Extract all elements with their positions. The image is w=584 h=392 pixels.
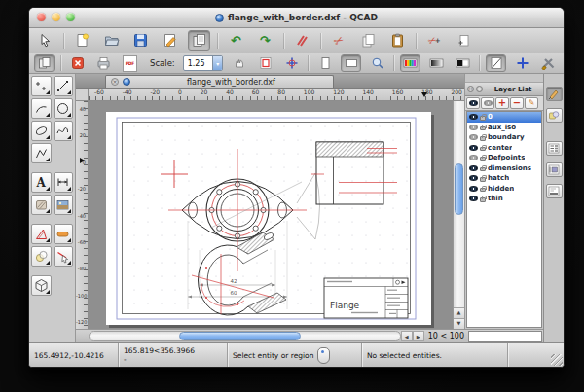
block-list-dock-icon[interactable] (546, 162, 563, 177)
scroll-up-icon[interactable]: ▲ (454, 307, 464, 318)
scale-combobox[interactable]: 1.25 ▾ (183, 55, 223, 71)
layer-row-center[interactable]: center (467, 143, 541, 154)
show-all-layers-button[interactable] (466, 97, 480, 109)
layer-lock-icon[interactable] (480, 167, 486, 172)
save-icon[interactable] (129, 30, 152, 51)
print-preview-icon[interactable] (188, 30, 210, 51)
dimension-tool-button[interactable] (54, 172, 74, 193)
hatch-tool-button[interactable] (31, 195, 52, 215)
command-line-dock-icon[interactable] (546, 184, 563, 198)
measure-tool-button[interactable] (31, 224, 52, 244)
document-tab[interactable]: × flange_with_border.dxf (105, 75, 334, 88)
open-document-icon[interactable] (100, 30, 123, 51)
layer-row-Defpoints[interactable]: Defpoints (467, 153, 541, 163)
layer-lock-icon[interactable] (480, 147, 486, 152)
layer-row-0[interactable]: 0 (467, 112, 541, 123)
polyline-tool-button[interactable] (31, 143, 52, 163)
minimize-window-button[interactable] (52, 13, 60, 21)
layer-visibility-icon[interactable] (469, 134, 478, 140)
redo-icon[interactable]: ↷ (254, 30, 276, 51)
line-tool-button[interactable] (54, 76, 74, 96)
info-tool-button[interactable] (31, 246, 52, 267)
layer-row-boundary[interactable]: boundary (467, 132, 541, 143)
redraw-icon[interactable] (291, 30, 313, 51)
paper-sheet[interactable]: 42 60 (106, 112, 431, 325)
close-print-preview-icon[interactable] (67, 54, 88, 72)
grayscale-icon[interactable] (426, 54, 447, 72)
layer-lock-icon[interactable] (480, 157, 486, 161)
layer-list[interactable]: 0aux_isoboundarycenterDefpointsdimension… (466, 111, 542, 328)
edit-drawing-icon[interactable] (159, 30, 181, 51)
remove-layer-button[interactable]: − (510, 97, 524, 109)
horizontal-scroll-thumb[interactable] (179, 332, 300, 340)
layer-lock-icon[interactable] (480, 136, 486, 141)
add-crosshair-icon[interactable] (512, 54, 532, 72)
copy-with-reference-icon[interactable] (453, 30, 475, 51)
add-layer-button[interactable]: + (495, 97, 509, 109)
layer-visibility-icon[interactable] (469, 145, 478, 151)
vertical-scrollbar[interactable]: ▲ ▼ (453, 101, 464, 329)
tab-close-icon[interactable]: × (111, 78, 119, 86)
settings-icon[interactable] (538, 54, 559, 72)
point-tool-button[interactable] (31, 76, 52, 96)
panel-float-icon[interactable]: ◦ (476, 86, 483, 92)
spline-tool-button[interactable] (54, 121, 74, 141)
ellipse-tool-button[interactable] (31, 121, 52, 141)
layer-lock-icon[interactable] (480, 177, 486, 182)
new-document-icon[interactable] (71, 30, 93, 51)
page-borders-icon[interactable] (255, 54, 275, 72)
title-bar[interactable]: flange_with_border.dxf - QCAD (29, 8, 564, 28)
library-browser-dock-icon[interactable] (546, 108, 563, 123)
center-page-icon[interactable] (281, 54, 302, 72)
command-line-input[interactable] (468, 331, 542, 342)
layer-visibility-icon[interactable] (469, 165, 478, 171)
property-editor-dock-icon[interactable] (546, 87, 563, 101)
edit-layer-button[interactable]: ✎ (525, 97, 538, 109)
layer-visibility-icon[interactable] (469, 186, 478, 192)
draft-view-icon[interactable] (486, 54, 506, 72)
layer-lock-icon[interactable] (480, 188, 486, 193)
cut-icon[interactable]: ✂ (328, 30, 350, 51)
modify-tool-button[interactable] (54, 224, 74, 244)
layer-visibility-icon[interactable] (469, 155, 478, 160)
export-pdf-icon[interactable]: PDF (120, 54, 140, 72)
selection-pointer-icon[interactable] (34, 30, 56, 51)
layer-row-hatch[interactable]: hatch (467, 173, 541, 184)
copy-icon[interactable] (357, 30, 380, 51)
text-tool-button[interactable]: A (31, 172, 52, 193)
image-tool-button[interactable] (54, 195, 74, 215)
layer-lock-icon[interactable] (480, 197, 486, 202)
hide-all-layers-button[interactable] (481, 97, 494, 109)
print-preview-toggle-icon[interactable] (34, 54, 55, 72)
layer-row-aux_iso[interactable]: aux_iso (467, 123, 541, 133)
layer-row-hidden[interactable]: hidden (467, 184, 541, 195)
cut-with-reference-icon[interactable]: ✂+ (423, 30, 446, 51)
drawing-canvas[interactable]: 42 60 (89, 101, 453, 329)
layer-row-thin[interactable]: thin (467, 194, 541, 204)
solid-tool-button[interactable] (31, 275, 52, 296)
selection-tool-button[interactable] (54, 246, 74, 267)
horizontal-scroll-track[interactable] (89, 331, 401, 341)
arc-tool-button[interactable] (31, 98, 52, 119)
black-white-icon[interactable] (453, 54, 473, 72)
window-resize-grip[interactable] (551, 354, 563, 366)
full-color-icon[interactable] (400, 54, 420, 72)
combo-dropdown-icon[interactable]: ▾ (212, 56, 222, 70)
scroll-right-icon[interactable]: ▶ (413, 331, 424, 341)
scroll-down-icon[interactable]: ▼ (454, 318, 464, 329)
print-icon[interactable] (93, 54, 114, 72)
auto-zoom-icon[interactable] (367, 54, 387, 72)
panel-close-icon[interactable]: × (467, 86, 474, 92)
layer-visibility-icon[interactable] (469, 196, 478, 201)
undo-icon[interactable]: ↶ (225, 30, 247, 51)
layer-visibility-icon[interactable] (469, 114, 478, 120)
zoom-window-button[interactable] (66, 13, 75, 21)
layer-lock-icon[interactable] (480, 116, 486, 121)
paste-icon[interactable] (386, 30, 409, 51)
close-window-button[interactable] (37, 13, 46, 21)
layer-visibility-icon[interactable] (469, 175, 478, 181)
circle-tool-button[interactable] (54, 98, 74, 119)
layer-row-dimensions[interactable]: dimensions (467, 163, 541, 174)
layer-visibility-icon[interactable] (469, 125, 478, 130)
portrait-orientation-icon[interactable] (314, 54, 335, 72)
